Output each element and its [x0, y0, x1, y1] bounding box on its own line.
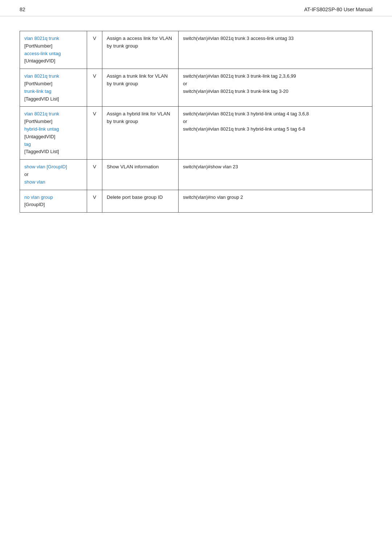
page-header: 82 AT-IFS802SP-80 User Manual	[0, 0, 392, 16]
example-cell: switch(vlan)#vlan 8021q trunk 3 trunk-li…	[179, 69, 372, 107]
example-cell: switch(vlan)#show vlan 23	[179, 160, 372, 190]
command-cell: vlan 8021q trunk[PortNumber]hybrid-link …	[20, 107, 87, 160]
table-row: show vlan [GroupID]orshow vlanVShow VLAN…	[20, 160, 372, 190]
example-cell: switch(vlan)#vlan 8021q trunk 3 access-l…	[179, 31, 372, 69]
command-cell: vlan 8021q trunk[PortNumber]trunk-link t…	[20, 69, 87, 107]
main-content: vlan 8021q trunk[PortNumber]access-link …	[0, 16, 392, 227]
description-cell: Delete port base group ID	[102, 190, 179, 213]
command-cell: no vlan group[GroupID]	[20, 190, 87, 213]
page-number: 82	[20, 7, 25, 12]
example-cell: switch(vlan)#no vlan group 2	[179, 190, 372, 213]
command-table: vlan 8021q trunk[PortNumber]access-link …	[20, 31, 372, 213]
command-cell: show vlan [GroupID]orshow vlan	[20, 160, 87, 190]
manual-title: AT-IFS802SP-80 User Manual	[304, 7, 372, 12]
mode-cell: V	[87, 107, 102, 160]
description-cell: Show VLAN information	[102, 160, 179, 190]
example-cell: switch(vlan)#vlan 8021q trunk 3 hybrid-l…	[179, 107, 372, 160]
description-cell: Assign a trunk link for VLAN by trunk gr…	[102, 69, 179, 107]
table-row: vlan 8021q trunk[PortNumber]access-link …	[20, 31, 372, 69]
table-row: no vlan group[GroupID]VDelete port base …	[20, 190, 372, 213]
mode-cell: V	[87, 31, 102, 69]
mode-cell: V	[87, 190, 102, 213]
table-row: vlan 8021q trunk[PortNumber]hybrid-link …	[20, 107, 372, 160]
description-cell: Assign a hybrid link for VLAN by trunk g…	[102, 107, 179, 160]
table-row: vlan 8021q trunk[PortNumber]trunk-link t…	[20, 69, 372, 107]
mode-cell: V	[87, 160, 102, 190]
mode-cell: V	[87, 69, 102, 107]
command-cell: vlan 8021q trunk[PortNumber]access-link …	[20, 31, 87, 69]
description-cell: Assign a access link for VLAN by trunk g…	[102, 31, 179, 69]
